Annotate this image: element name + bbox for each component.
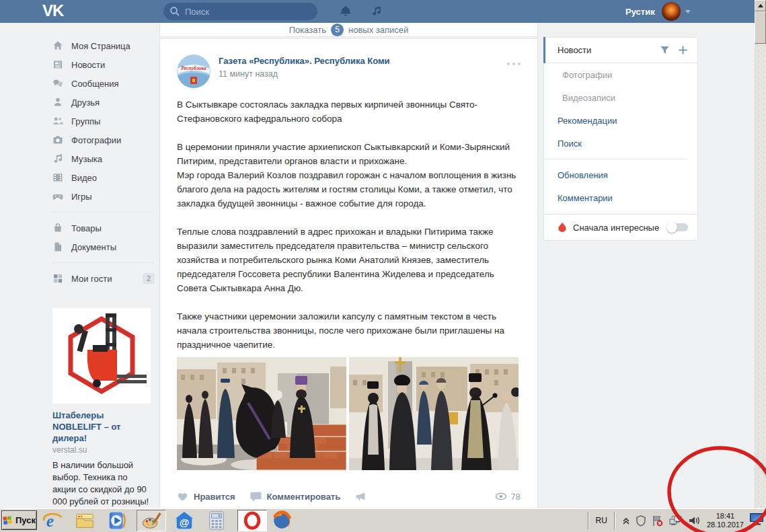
show-desktop-icon[interactable] (749, 512, 764, 529)
scrollbar-up-button[interactable] (755, 0, 766, 11)
post-author-avatar[interactable]: Республика (177, 54, 210, 88)
right-menu-photos[interactable]: Фотографии (544, 63, 697, 86)
sidebar-item-guests[interactable]: Мои гости 2 (52, 269, 155, 288)
mail-ru-icon[interactable]: @ (174, 510, 195, 531)
post-header: Республика Газета «Республика». Республи… (177, 54, 521, 88)
desktop-screen: VK Рустик Моя Страница Новости Сообщения (0, 0, 766, 532)
sidebar-item-my-page[interactable]: Моя Страница (52, 36, 155, 55)
tray-separator (588, 512, 589, 529)
filter-icon[interactable] (660, 45, 670, 55)
sidebar-divider (52, 212, 155, 213)
post-photo-bricklaying[interactable] (177, 357, 346, 470)
sidebar-item-groups[interactable]: Группы (52, 112, 155, 130)
sidebar-item-photos[interactable]: Фотографии (52, 130, 155, 149)
ad-domain: verstal.su (52, 445, 151, 455)
paint-icon[interactable] (137, 510, 166, 531)
network-icon[interactable] (669, 515, 683, 526)
interesting-first-label: Сначала интересные (573, 223, 659, 233)
browser-scrollbar[interactable] (755, 0, 766, 532)
post-timestamp[interactable]: 11 минут назад (219, 69, 390, 79)
sidebar-item-market[interactable]: Товары (52, 219, 155, 237)
security-shield-icon[interactable] (636, 515, 646, 527)
share-button[interactable] (355, 491, 373, 502)
sidebar-item-video[interactable]: Видео (52, 168, 155, 187)
show-new-posts-bar[interactable]: Показать 5 новых записей (159, 23, 538, 37)
clock-date: 28.10.2017 (707, 521, 744, 529)
right-menu-comments[interactable]: Комментарии (544, 186, 697, 209)
right-menu-news[interactable]: Новости (544, 38, 697, 63)
file-manager-icon[interactable] (74, 510, 95, 531)
bell-icon[interactable] (340, 5, 352, 17)
sidebar-label: Видео (71, 173, 97, 183)
like-button[interactable]: Нравится (177, 491, 235, 502)
right-menu-search[interactable]: Поиск (544, 132, 697, 155)
news-icon (52, 59, 63, 70)
feed-post: Республика Газета «Республика». Республи… (159, 38, 538, 509)
volume-icon[interactable] (688, 515, 700, 526)
taskbar-clock[interactable]: 18:41 28.10.2017 (707, 512, 744, 529)
post-options-menu-icon[interactable] (507, 54, 521, 67)
ad-title[interactable]: Штабелеры NOBLELIFT – от дилера! (52, 410, 151, 444)
post-actions: Нравится Комментировать 78 (177, 488, 521, 504)
sidebar-label: Документы (71, 242, 116, 252)
sidebar-label: Моя Страница (71, 41, 130, 51)
plus-icon[interactable] (678, 45, 688, 55)
vk-top-bar: VK Рустик (0, 0, 755, 23)
post-author-name[interactable]: Газета «Республика». Республика Коми (219, 56, 390, 66)
internet-explorer-icon[interactable]: e (42, 510, 63, 531)
interesting-first-toggle[interactable] (666, 222, 688, 233)
right-menu-updates[interactable]: Обновления (544, 163, 697, 186)
sidebar-label: Группы (71, 116, 100, 126)
sidebar-label: Мои гости (71, 274, 112, 284)
sidebar-item-games[interactable]: Игры (52, 187, 155, 206)
windows-logo-icon (3, 515, 13, 525)
show-new-posts-suffix: новых записей (348, 25, 408, 35)
post-paragraph: В Сыктывкаре состоялась закладка первых … (177, 98, 521, 126)
ad-image-forklift[interactable] (52, 308, 151, 404)
guests-icon (52, 273, 63, 284)
start-button[interactable]: Пуск (1, 510, 37, 530)
post-text: В Сыктывкаре состоялась закладка первых … (177, 98, 521, 352)
show-new-posts-action: Показать (289, 25, 326, 35)
views-count: 78 (511, 492, 521, 502)
sidebar-item-music[interactable]: Музыка (52, 149, 155, 168)
post-paragraph: Также участники церемонии заложили капсу… (177, 309, 521, 352)
post-photo-speech[interactable] (349, 357, 519, 470)
media-player-icon[interactable] (106, 510, 128, 531)
search-input[interactable] (163, 3, 317, 20)
sidebar-item-documents[interactable]: Документы (52, 237, 155, 256)
post-views: 78 (495, 492, 521, 502)
friends-icon (52, 97, 63, 108)
language-indicator[interactable]: RU (593, 516, 610, 525)
sidebar-label: Музыка (71, 154, 102, 164)
groups-icon (52, 116, 63, 126)
sidebar-item-news[interactable]: Новости (52, 55, 155, 74)
action-center-flag-icon[interactable] (652, 515, 664, 527)
ad-body-text: В наличии большой выбор. Техника по акци… (52, 459, 151, 508)
comment-label: Комментировать (267, 492, 341, 502)
right-menu-videos[interactable]: Видеозаписи (544, 86, 697, 109)
scroll-up-arrow-icon (758, 4, 763, 7)
home-icon (52, 40, 63, 51)
vk-logo[interactable]: VK (42, 1, 63, 20)
sidebar-label: Товары (71, 223, 102, 233)
right-menu-news-label: Новости (558, 45, 591, 55)
calculator-icon[interactable]: 0 (206, 510, 227, 531)
clock-time: 18:41 (707, 512, 744, 521)
interesting-first-card: Сначала интересные (543, 214, 698, 241)
right-menu-recommendations[interactable]: Рекомендации (544, 109, 697, 132)
user-avatar (662, 2, 681, 21)
opera-icon[interactable] (237, 510, 267, 531)
header-user-menu[interactable]: Рустик (625, 0, 691, 23)
market-icon (52, 223, 63, 233)
sidebar-label: Фотографии (71, 135, 121, 145)
tray-expand-icon[interactable] (622, 516, 630, 525)
music-icon[interactable] (371, 5, 383, 17)
scrollbar-thumb[interactable] (755, 11, 766, 44)
sidebar-item-messages[interactable]: Сообщения (52, 74, 155, 93)
comment-button[interactable]: Комментировать (250, 491, 341, 502)
sidebar-item-friends[interactable]: Друзья (52, 93, 155, 112)
system-tray: RU 18:41 28.10.2017 (584, 508, 766, 532)
firefox-icon[interactable] (271, 510, 293, 531)
sidebar-divider (52, 262, 155, 263)
